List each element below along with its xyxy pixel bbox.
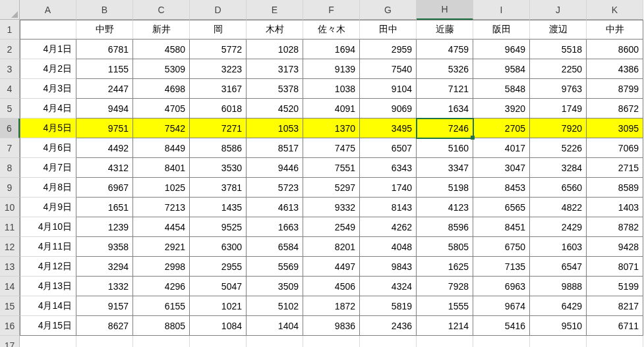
row-header[interactable]: 7 [0, 138, 20, 158]
column-header[interactable]: I [473, 0, 530, 20]
data-cell[interactable]: 7246 [417, 119, 473, 138]
data-cell[interactable]: 3095 [587, 119, 643, 138]
data-cell[interactable]: 5723 [247, 178, 303, 198]
header-cell[interactable]: 田中 [360, 20, 417, 40]
date-label-cell[interactable]: 4月10日 [20, 217, 76, 237]
row-header[interactable]: 16 [0, 316, 20, 336]
header-cell[interactable]: 木村 [247, 20, 303, 40]
data-cell[interactable]: 1625 [417, 257, 473, 277]
data-cell[interactable]: 1021 [190, 296, 247, 316]
data-cell[interactable]: 6300 [190, 237, 247, 257]
row-header[interactable]: 14 [0, 277, 20, 296]
data-cell[interactable]: 5378 [247, 79, 303, 99]
data-cell[interactable]: 5160 [417, 138, 473, 158]
column-header[interactable]: C [133, 0, 190, 20]
data-cell[interactable]: 9139 [303, 59, 360, 79]
data-cell[interactable]: 7475 [303, 138, 360, 158]
data-cell[interactable]: 2715 [587, 158, 643, 178]
data-cell[interactable]: 1028 [247, 40, 303, 59]
data-cell[interactable]: 2429 [530, 217, 587, 237]
data-cell[interactable]: 6155 [133, 296, 190, 316]
data-cell[interactable]: 5309 [133, 59, 190, 79]
header-cell[interactable]: 新井 [133, 20, 190, 40]
data-cell[interactable]: 4324 [360, 277, 417, 296]
data-cell[interactable]: 1214 [417, 316, 473, 336]
data-cell[interactable]: 1651 [76, 198, 133, 217]
column-header[interactable]: J [530, 0, 587, 20]
data-cell[interactable]: 1084 [190, 316, 247, 336]
data-cell[interactable]: 1603 [530, 237, 587, 257]
data-cell[interactable]: 4312 [76, 158, 133, 178]
data-cell[interactable]: 1239 [76, 217, 133, 237]
data-cell[interactable]: 5326 [417, 59, 473, 79]
data-cell[interactable]: 7135 [473, 257, 530, 277]
empty-cell[interactable] [303, 336, 360, 347]
data-cell[interactable]: 3920 [473, 99, 530, 119]
data-cell[interactable]: 9584 [473, 59, 530, 79]
row-header[interactable]: 6 [0, 119, 20, 138]
data-cell[interactable]: 2998 [133, 257, 190, 277]
data-cell[interactable]: 4262 [360, 217, 417, 237]
data-cell[interactable]: 9888 [530, 277, 587, 296]
data-cell[interactable]: 2705 [473, 119, 530, 138]
row-header[interactable]: 4 [0, 79, 20, 99]
column-header[interactable]: H [417, 0, 473, 20]
row-header[interactable]: 15 [0, 296, 20, 316]
data-cell[interactable]: 7271 [190, 119, 247, 138]
data-cell[interactable]: 8782 [587, 217, 643, 237]
data-cell[interactable]: 5819 [360, 296, 417, 316]
row-header[interactable]: 11 [0, 217, 20, 237]
data-cell[interactable]: 4048 [360, 237, 417, 257]
date-label-cell[interactable]: 4月13日 [20, 277, 76, 296]
data-cell[interactable]: 3047 [473, 158, 530, 178]
data-cell[interactable]: 6429 [530, 296, 587, 316]
data-cell[interactable]: 8449 [133, 138, 190, 158]
data-cell[interactable]: 5226 [530, 138, 587, 158]
data-cell[interactable]: 5102 [247, 296, 303, 316]
data-cell[interactable]: 2549 [303, 217, 360, 237]
column-header[interactable]: E [247, 0, 303, 20]
data-cell[interactable]: 9751 [76, 119, 133, 138]
data-cell[interactable]: 4492 [76, 138, 133, 158]
data-cell[interactable]: 8589 [587, 178, 643, 198]
date-label-cell[interactable]: 4月1日 [20, 40, 76, 59]
empty-cell[interactable] [133, 336, 190, 347]
date-label-cell[interactable]: 4月15日 [20, 316, 76, 336]
data-cell[interactable]: 9525 [190, 217, 247, 237]
data-cell[interactable]: 8627 [76, 316, 133, 336]
data-cell[interactable]: 8071 [587, 257, 643, 277]
data-cell[interactable]: 7121 [417, 79, 473, 99]
data-cell[interactable]: 6560 [530, 178, 587, 198]
data-cell[interactable]: 6343 [360, 158, 417, 178]
date-label-cell[interactable]: 4月14日 [20, 296, 76, 316]
data-cell[interactable]: 7551 [303, 158, 360, 178]
column-header[interactable]: K [587, 0, 643, 20]
data-cell[interactable]: 8596 [417, 217, 473, 237]
date-label-cell[interactable]: 4月8日 [20, 178, 76, 198]
data-cell[interactable]: 6547 [530, 257, 587, 277]
data-cell[interactable]: 5297 [303, 178, 360, 198]
data-cell[interactable]: 4822 [530, 198, 587, 217]
data-cell[interactable]: 1038 [303, 79, 360, 99]
header-cell[interactable]: 中野 [76, 20, 133, 40]
data-cell[interactable]: 4123 [417, 198, 473, 217]
date-label-cell[interactable]: 4月4日 [20, 99, 76, 119]
row-header[interactable]: 2 [0, 40, 20, 59]
data-cell[interactable]: 1370 [303, 119, 360, 138]
empty-cell[interactable] [360, 336, 417, 347]
data-cell[interactable]: 9843 [360, 257, 417, 277]
date-label-cell[interactable]: 4月5日 [20, 119, 76, 138]
data-cell[interactable]: 9649 [473, 40, 530, 59]
empty-cell[interactable] [20, 336, 76, 347]
date-label-cell[interactable]: 4月6日 [20, 138, 76, 158]
header-cell[interactable]: 岡 [190, 20, 247, 40]
data-cell[interactable]: 3781 [190, 178, 247, 198]
data-cell[interactable]: 8217 [587, 296, 643, 316]
data-cell[interactable]: 7540 [360, 59, 417, 79]
data-cell[interactable]: 9104 [360, 79, 417, 99]
data-cell[interactable]: 9674 [473, 296, 530, 316]
data-cell[interactable]: 9332 [303, 198, 360, 217]
row-header[interactable]: 9 [0, 178, 20, 198]
data-cell[interactable]: 5199 [587, 277, 643, 296]
data-cell[interactable]: 1155 [76, 59, 133, 79]
